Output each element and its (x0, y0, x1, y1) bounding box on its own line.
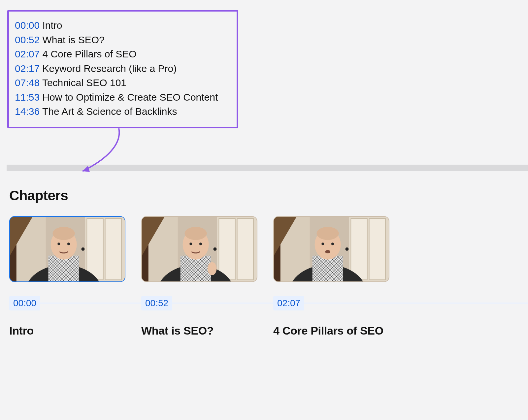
timestamp-row: 00:52 What is SEO? (15, 33, 229, 47)
svg-point-45 (325, 250, 330, 253)
timestamp-link[interactable]: 14:36 (15, 106, 40, 117)
timestamp-link[interactable]: 00:52 (15, 34, 40, 45)
timestamp-row: 07:48 Technical SEO 101 (15, 76, 229, 90)
svg-point-29 (199, 242, 202, 245)
timestamp-label: 4 Core Pillars of SEO (42, 48, 136, 59)
svg-point-43 (321, 242, 324, 245)
timestamp-row: 14:36 The Art & Science of Backlinks (15, 104, 229, 119)
svg-rect-7 (105, 218, 121, 280)
timestamp-row: 00:00 Intro (15, 18, 229, 33)
chapter-thumbnail[interactable] (141, 216, 257, 282)
timestamp-row: 02:07 4 Core Pillars of SEO (15, 47, 229, 61)
svg-point-42 (317, 227, 339, 240)
chapter-row: 00:00 Intro (9, 216, 528, 337)
svg-point-8 (82, 247, 85, 251)
chapter-title: What is SEO? (141, 324, 257, 337)
timestamp-link[interactable]: 00:00 (15, 20, 40, 31)
chapter-time-badge[interactable]: 02:07 (273, 296, 304, 310)
timestamp-row: 11:53 How to Optimize & Create SEO Conte… (15, 90, 229, 105)
chapter-time-badge[interactable]: 00:00 (9, 296, 40, 310)
timestamp-label: How to Optimize & Create SEO Content (42, 92, 218, 103)
svg-rect-6 (87, 218, 103, 280)
chapter-card: 02:07 4 Core Pillars of SEO (273, 216, 389, 337)
chapters-heading: Chapters (9, 188, 528, 204)
timestamp-row: 02:17 Keyword Research (like a Pro) (15, 61, 229, 76)
arrow-icon (69, 125, 125, 181)
timestamp-link[interactable]: 02:17 (15, 63, 40, 74)
chapters-section: Chapters (9, 188, 528, 337)
svg-point-38 (346, 247, 349, 251)
svg-rect-22 (237, 218, 253, 280)
timestamp-link[interactable]: 02:07 (15, 48, 40, 59)
timestamp-link[interactable]: 11:53 (15, 92, 40, 103)
svg-marker-0 (82, 166, 90, 172)
chapter-card: 00:00 Intro (9, 216, 125, 337)
chapter-card: 00:52 What is SEO? (141, 216, 257, 337)
svg-point-15 (67, 242, 70, 245)
chapter-title: Intro (9, 324, 125, 337)
svg-rect-36 (351, 218, 367, 280)
chapter-thumbnail[interactable] (273, 216, 389, 282)
timestamp-label: What is SEO? (42, 34, 104, 45)
chapter-thumbnail[interactable] (9, 216, 125, 282)
chapter-title: 4 Core Pillars of SEO (273, 324, 389, 337)
chapter-time-badge[interactable]: 00:52 (141, 296, 172, 310)
timestamp-label: The Art & Science of Backlinks (42, 106, 177, 117)
timestamp-link[interactable]: 07:48 (15, 77, 40, 88)
svg-rect-37 (369, 218, 385, 280)
svg-point-23 (214, 247, 217, 251)
timestamp-label: Intro (42, 20, 62, 31)
svg-point-14 (57, 242, 60, 245)
timestamp-label: Technical SEO 101 (42, 77, 126, 88)
svg-point-44 (331, 242, 334, 245)
svg-point-13 (53, 227, 75, 240)
svg-rect-21 (219, 218, 235, 280)
svg-point-28 (189, 242, 192, 245)
annotation-arrow (0, 128, 528, 171)
timestamp-label: Keyword Research (like a Pro) (42, 63, 177, 74)
svg-point-27 (185, 227, 207, 240)
timestamp-list-box: 00:00 Intro 00:52 What is SEO? 02:07 4 C… (7, 10, 238, 128)
svg-point-30 (208, 262, 217, 275)
